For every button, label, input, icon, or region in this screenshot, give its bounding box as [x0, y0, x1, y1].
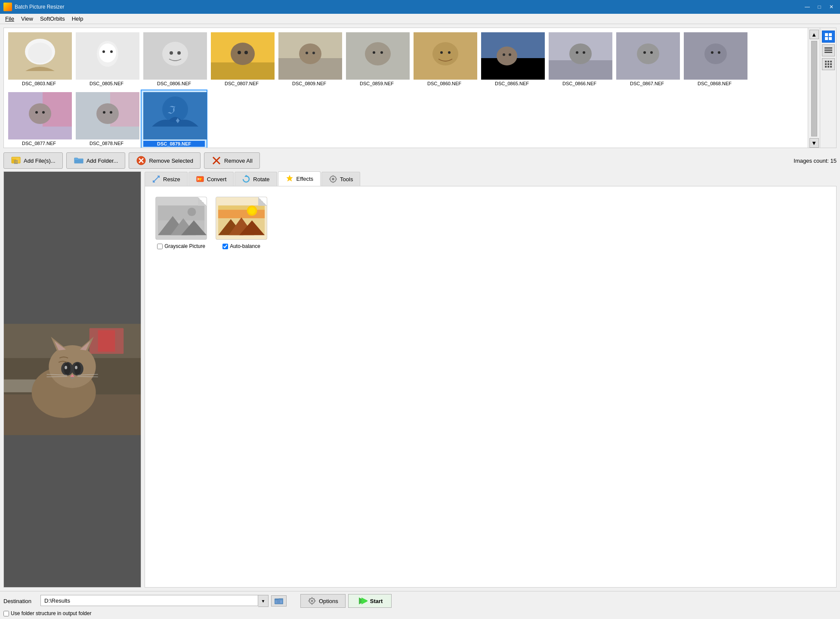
image-cell-4[interactable]: DSC_0807.NEF — [208, 30, 275, 89]
svg-marker-128 — [258, 197, 267, 206]
effects-tab-icon — [285, 174, 294, 183]
svg-point-37 — [569, 43, 592, 64]
scroll-up-button[interactable]: ▲ — [809, 30, 819, 39]
convert-tab-icon — [196, 175, 204, 183]
svg-point-24 — [373, 51, 375, 54]
image-cell-10[interactable]: DSC_0867.NEF — [614, 30, 680, 89]
image-name-11: DSC_0868.NEF — [684, 81, 745, 86]
image-cell-13[interactable]: DSC_0878.NEF — [73, 90, 140, 148]
svg-rect-88 — [98, 330, 115, 352]
svg-rect-67 — [825, 50, 832, 51]
svg-point-5 — [99, 43, 116, 62]
grayscale-effect-item[interactable]: Grayscale Picture — [155, 197, 207, 249]
svg-point-41 — [637, 43, 659, 64]
add-files-button[interactable]: 🖼 Add File(s)... — [3, 152, 63, 169]
svg-point-57 — [110, 111, 112, 114]
remove-all-button[interactable]: Remove All — [204, 152, 260, 169]
tab-tools[interactable]: Tools — [321, 172, 360, 186]
svg-point-23 — [365, 42, 391, 65]
tab-rotate[interactable]: Rotate — [235, 172, 277, 186]
image-cell-12[interactable]: DSC_0877.NEF — [6, 90, 72, 148]
svg-rect-145 — [312, 603, 312, 605]
grid-view-button[interactable] — [822, 58, 835, 70]
menu-view[interactable]: View — [18, 15, 37, 23]
image-name-3: DSC_0806.NEF — [143, 81, 205, 86]
grayscale-checkbox[interactable] — [157, 244, 163, 249]
svg-point-20 — [306, 52, 308, 54]
image-cell-5[interactable]: DSC_0809.NEF — [276, 30, 343, 89]
svg-rect-76 — [828, 66, 829, 68]
rotate-tab-icon — [242, 175, 250, 183]
svg-rect-77 — [830, 66, 832, 68]
svg-rect-146 — [308, 600, 310, 601]
options-gear-icon — [308, 597, 316, 605]
image-cell-6[interactable]: DSC_0859.NEF — [343, 30, 410, 89]
svg-point-16 — [244, 51, 248, 54]
scroll-down-button[interactable]: ▼ — [809, 138, 819, 148]
svg-point-28 — [440, 51, 443, 54]
destination-row: Destination ▼ — [3, 594, 837, 608]
destination-input[interactable] — [40, 595, 258, 606]
scrollbar-thumb[interactable] — [811, 41, 817, 136]
preview-panel — [3, 171, 141, 588]
image-grid[interactable]: DSC_0803.NEF DSC_0805.NEF DSC_0806.NEF D… — [4, 28, 808, 148]
image-cell-2[interactable]: DSC_0805.NEF — [73, 30, 140, 89]
svg-rect-68 — [825, 52, 832, 53]
svg-rect-72 — [825, 63, 827, 65]
image-cell-3[interactable]: DSC_0806.NEF — [141, 30, 207, 89]
menu-help[interactable]: Help — [68, 15, 87, 23]
browse-button[interactable] — [271, 595, 287, 607]
svg-point-46 — [711, 51, 713, 54]
close-button[interactable]: ✕ — [826, 2, 837, 12]
tab-effects[interactable]: Effects — [278, 171, 321, 186]
folder-structure-checkbox[interactable] — [3, 611, 9, 616]
menu-softorbits[interactable]: SoftOrbits — [37, 15, 68, 23]
add-folder-button[interactable]: Add Folder... — [66, 152, 126, 169]
destination-label: Destination — [3, 598, 38, 604]
images-count-label: Images count: 15 — [794, 158, 837, 164]
autobalance-checkbox[interactable] — [222, 244, 228, 249]
svg-point-45 — [704, 43, 727, 64]
browse-icon — [275, 597, 283, 605]
destination-dropdown-button[interactable]: ▼ — [258, 595, 269, 607]
image-name-13: DSC_0878.NEF — [76, 141, 137, 146]
svg-point-19 — [299, 43, 321, 64]
image-cell-14[interactable]: ℑ ♦ DSC_0879.NEF — [141, 90, 207, 148]
app-icon — [3, 3, 12, 11]
image-name-14: DSC_0879.NEF — [143, 141, 205, 147]
svg-marker-120 — [198, 197, 207, 206]
minimize-button[interactable]: — — [802, 2, 812, 12]
effects-tab-content: Grayscale Picture — [145, 186, 837, 588]
maximize-button[interactable]: □ — [814, 2, 825, 12]
image-cell-1[interactable]: DSC_0803.NEF — [6, 30, 72, 89]
svg-point-42 — [643, 51, 646, 54]
image-name-1: DSC_0803.NEF — [8, 81, 70, 86]
svg-text:♦: ♦ — [176, 115, 180, 125]
options-button[interactable]: Options — [300, 594, 346, 608]
menu-file[interactable]: File — [2, 15, 18, 23]
tabs: Resize Convert — [145, 171, 837, 186]
start-label: Start — [370, 598, 383, 604]
tab-convert[interactable]: Convert — [188, 172, 234, 186]
grayscale-effect-thumb — [155, 197, 207, 240]
tab-resize[interactable]: Resize — [145, 172, 188, 186]
image-cell-9[interactable]: DSC_0866.NEF — [546, 30, 613, 89]
options-label: Options — [319, 598, 338, 604]
autobalance-effect-item[interactable]: Auto-balance — [216, 197, 267, 249]
svg-point-50 — [29, 103, 51, 124]
effects-grid: Grayscale Picture — [152, 193, 829, 253]
start-button[interactable]: Start — [348, 594, 392, 608]
image-name-7: DSC_0860.NEF — [414, 81, 475, 86]
image-cell-11[interactable]: DSC_0868.NEF — [681, 30, 748, 89]
image-cell-7[interactable]: DSC_0860.NEF — [411, 30, 478, 89]
svg-point-29 — [448, 51, 451, 54]
list-view-button[interactable] — [822, 44, 835, 56]
remove-selected-label: Remove Selected — [149, 158, 193, 164]
image-name-5: DSC_0809.NEF — [278, 81, 340, 86]
image-cell-8[interactable]: DSC_0865.NEF — [479, 30, 545, 89]
menubar: File View SoftOrbits Help — [0, 14, 840, 24]
large-thumbnail-view-button[interactable] — [822, 31, 835, 43]
remove-selected-button[interactable]: Remove Selected — [129, 152, 201, 169]
svg-point-43 — [650, 51, 653, 54]
svg-point-114 — [332, 178, 334, 180]
